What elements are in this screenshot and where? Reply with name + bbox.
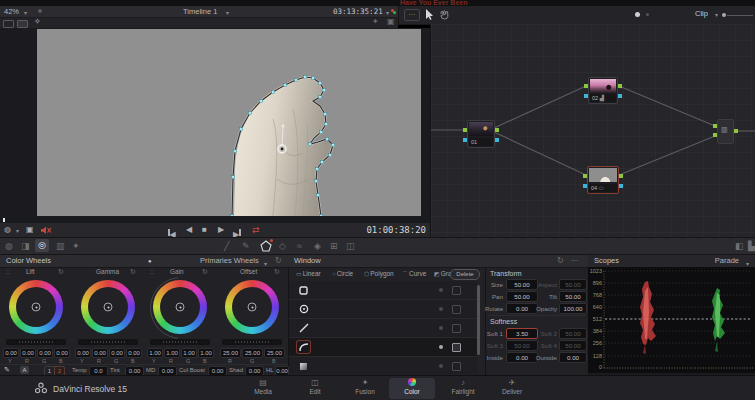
wheel-mode-select[interactable]: Primaries Wheels xyxy=(200,255,259,267)
rgb-input-port[interactable] xyxy=(713,133,717,137)
toggle-square[interactable] xyxy=(452,343,461,352)
motion-effects-icon[interactable]: ✦ xyxy=(72,238,80,254)
sizing-icon[interactable]: ⊞ xyxy=(330,238,338,254)
cursor-tool-icon[interactable] xyxy=(425,9,434,21)
reset-icon[interactable]: ↻ xyxy=(274,268,280,276)
reset-icon[interactable]: ↻ xyxy=(557,255,564,267)
viewer-canvas[interactable] xyxy=(37,29,421,216)
rgb-input-port[interactable] xyxy=(584,84,588,88)
node-04-selected[interactable]: 04 ⬭ xyxy=(587,166,619,194)
hand-tool-icon[interactable] xyxy=(438,9,450,21)
key-input-port[interactable] xyxy=(463,138,467,142)
offset-wheel[interactable] xyxy=(225,280,279,334)
rgb-input-port[interactable] xyxy=(713,124,717,128)
page-fusion[interactable]: ✦ Fusion xyxy=(342,378,388,399)
enhanced-viewer-icon[interactable]: ▣ xyxy=(387,17,395,26)
circle-window-button[interactable]: ○Circle xyxy=(332,270,353,277)
offset-master-slider[interactable] xyxy=(222,339,282,345)
gain-r-value[interactable]: 1.00 xyxy=(164,348,180,358)
scopes-icon[interactable]: ▙ xyxy=(748,238,755,254)
chevron-down-icon[interactable]: ▾ xyxy=(16,227,19,234)
chevron-down-icon[interactable]: ▾ xyxy=(226,9,229,16)
size-value[interactable]: 50.00 xyxy=(506,279,538,290)
reset-icon[interactable]: ↻ xyxy=(202,268,208,276)
page-fairlight[interactable]: ♪ Fairlight xyxy=(440,378,486,399)
soft4-value[interactable]: 50.00 xyxy=(559,340,587,351)
node-01[interactable]: 01 xyxy=(467,120,495,148)
key-input-port[interactable] xyxy=(583,184,587,188)
lift-y-value[interactable]: 0.00 xyxy=(3,348,19,358)
stop-button[interactable]: ■ xyxy=(202,223,207,237)
wipe-mode-icon[interactable] xyxy=(3,20,14,28)
gamma-wheel[interactable] xyxy=(81,280,135,334)
node-zoom-slider[interactable] xyxy=(727,15,753,16)
soft2-value[interactable]: 50.00 xyxy=(559,328,587,339)
stereo-3d-icon[interactable]: ◫ xyxy=(346,238,355,254)
page-color-active[interactable]: Color xyxy=(389,378,435,399)
key-output-port[interactable] xyxy=(618,94,622,98)
playhead-tick[interactable] xyxy=(3,218,5,222)
soft1-value[interactable]: 3.50 xyxy=(506,328,538,339)
parallel-mixer-node[interactable]: ▥ xyxy=(717,119,734,144)
window-row-polygon[interactable] xyxy=(289,319,477,338)
page-media[interactable]: ▤ Media xyxy=(240,378,286,399)
toggle-square[interactable] xyxy=(452,362,461,371)
lift-wheel[interactable] xyxy=(9,280,63,334)
window-list-scrollbar[interactable] xyxy=(477,285,480,355)
chevron-down-icon[interactable]: ▾ xyxy=(386,9,389,16)
auto-balance-icon[interactable]: A xyxy=(20,366,29,374)
offset-b-value[interactable]: 25.00 xyxy=(264,348,285,358)
color-wheels-icon[interactable]: ◎ xyxy=(35,239,49,252)
camera-icon[interactable]: ▣ xyxy=(26,223,34,237)
pencil-icon[interactable]: ✎ xyxy=(4,366,10,374)
polygon-window-button[interactable]: ⬡Polygon xyxy=(364,270,394,277)
split-wipe-icon[interactable] xyxy=(17,20,28,28)
rgb-output-port[interactable] xyxy=(619,174,623,178)
outside-value[interactable]: 0.00 xyxy=(559,352,587,363)
printer-lights-icon[interactable]: ∴ xyxy=(6,268,10,275)
reset-icon[interactable]: ↻ xyxy=(58,268,64,276)
lift-b-value[interactable]: 0.00 xyxy=(54,348,70,358)
page-edit[interactable]: ◫ Edit xyxy=(292,378,338,399)
gain-master-slider[interactable] xyxy=(150,339,210,345)
tilt-value[interactable]: 50.00 xyxy=(559,291,587,302)
gamma-g-value[interactable]: 0.00 xyxy=(109,348,125,358)
bypass-grades-icon[interactable]: ✧ xyxy=(34,17,41,26)
key-input-port[interactable] xyxy=(584,94,588,98)
color-match-icon[interactable]: ◨ xyxy=(21,238,30,254)
window-row-circle[interactable] xyxy=(289,300,477,319)
window-row-linear[interactable] xyxy=(289,281,477,300)
offset-g-value[interactable]: 25.00 xyxy=(242,348,263,358)
chevron-down-icon[interactable]: ▾ xyxy=(715,11,718,18)
highlight-icon[interactable]: ✦ xyxy=(372,17,379,26)
lift-master-slider[interactable] xyxy=(6,339,66,345)
timeline-selector[interactable]: Timeline 1 xyxy=(183,7,217,16)
opacity-value[interactable]: 100.00 xyxy=(559,303,587,314)
mute-audio-icon[interactable] xyxy=(41,226,52,235)
loop-playback-button[interactable]: ⇄ xyxy=(252,223,260,237)
node-02[interactable]: 02 ▟ xyxy=(588,77,618,104)
scope-mode-select[interactable]: Parade xyxy=(715,255,739,267)
key-output-port[interactable] xyxy=(619,184,623,188)
window-icon[interactable] xyxy=(259,239,273,253)
node-zoom-slider-handle[interactable] xyxy=(722,13,726,17)
lift-g-value[interactable]: 0.00 xyxy=(37,348,53,358)
unmix-icon[interactable]: ◍ xyxy=(4,223,11,237)
window-row-gradient[interactable] xyxy=(289,357,477,374)
toggle-square[interactable] xyxy=(452,305,461,314)
lift-r-value[interactable]: 0.00 xyxy=(20,348,36,358)
gamma-b-value[interactable]: 0.00 xyxy=(126,348,142,358)
rgb-output-port[interactable] xyxy=(618,84,622,88)
toggle-dot[interactable] xyxy=(439,364,443,368)
parade-scope[interactable]: 1023 896 768 640 512 384 256 128 0 xyxy=(588,267,755,373)
node-page-dot[interactable] xyxy=(646,13,649,16)
split-screen-icon[interactable]: ◧ xyxy=(735,238,744,254)
node-page-dot-active[interactable] xyxy=(635,12,640,17)
rgb-input-port[interactable] xyxy=(583,174,587,178)
rgb-output-port[interactable] xyxy=(734,129,738,133)
toggle-square[interactable] xyxy=(452,286,461,295)
blur-icon[interactable]: ≈ xyxy=(297,238,302,254)
toggle-square[interactable] xyxy=(452,324,461,333)
reset-icon[interactable]: ↻ xyxy=(275,255,282,267)
step-back-button[interactable]: ◀ xyxy=(186,223,192,237)
